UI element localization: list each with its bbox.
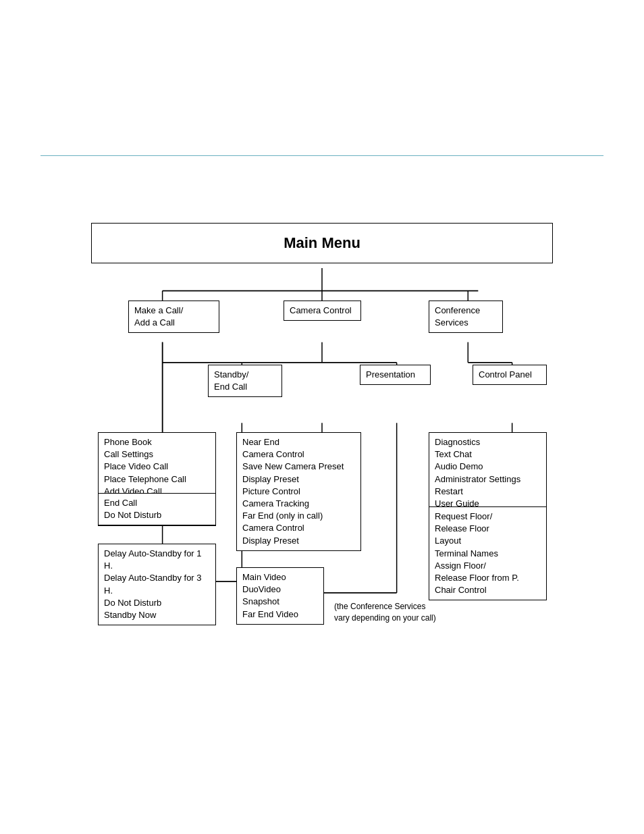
end-call-label: End Call Do Not Disturb [104,498,161,520]
control-panel-box: Control Panel [473,365,547,385]
make-call-box: Make a Call/ Add a Call [128,301,219,333]
near-end-box: Near End Camera Control Save New Camera … [236,432,361,551]
control-panel-label: Control Panel [479,369,532,380]
presentation-box: Presentation [360,365,431,385]
presentation-label: Presentation [366,369,415,380]
control-panel-children1-label: Diagnostics Text Chat Audio Demo Adminis… [435,437,520,509]
presentation-children-label: Main Video DuoVideo Snapshot Far End Vid… [242,572,298,619]
standby-box: Standby/ End Call [208,365,282,397]
camera-control-label: Camera Control [290,305,352,315]
standby-children-label: Delay Auto-Standby for 1 H. Delay Auto-S… [104,548,202,620]
camera-control-box: Camera Control [284,301,361,321]
control-panel-children1-box: Diagnostics Text Chat Audio Demo Adminis… [429,432,547,514]
standby-children-box: Delay Auto-Standby for 1 H. Delay Auto-S… [98,544,216,625]
page: Main Menu Make a Call/ Add a Call Camera… [0,0,644,834]
conference-note-label: (the Conference Services vary depending … [334,602,436,623]
near-end-label: Near End Camera Control Save New Camera … [242,437,344,546]
conference-note: (the Conference Services vary depending … [334,601,469,624]
end-call-box: End Call Do Not Disturb [98,493,216,525]
conference-services-box: Conference Services [429,301,503,333]
main-menu-box: Main Menu [91,223,553,263]
diagram-area: Main Menu Make a Call/ Add a Call Camera… [91,223,553,766]
control-panel-children2-label: Request Floor/ Release Floor Layout Term… [435,511,519,595]
top-decorative-line [41,155,603,156]
standby-label: Standby/ End Call [214,369,248,392]
control-panel-children2-box: Request Floor/ Release Floor Layout Term… [429,506,547,600]
make-call-label: Make a Call/ Add a Call [134,305,183,328]
main-menu-title: Main Menu [284,233,360,254]
presentation-children-box: Main Video DuoVideo Snapshot Far End Vid… [236,567,324,625]
conference-services-label: Conference Services [435,305,480,328]
